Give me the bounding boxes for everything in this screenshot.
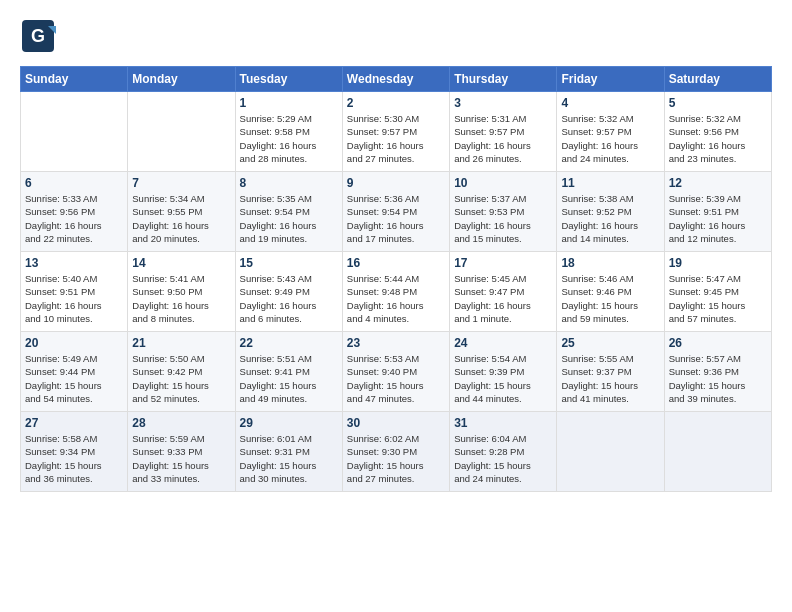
calendar-week-5: 27Sunrise: 5:58 AM Sunset: 9:34 PM Dayli… <box>21 412 772 492</box>
day-info: Sunrise: 5:30 AM Sunset: 9:57 PM Dayligh… <box>347 112 445 165</box>
day-info: Sunrise: 5:41 AM Sunset: 9:50 PM Dayligh… <box>132 272 230 325</box>
calendar-cell: 3Sunrise: 5:31 AM Sunset: 9:57 PM Daylig… <box>450 92 557 172</box>
day-info: Sunrise: 6:01 AM Sunset: 9:31 PM Dayligh… <box>240 432 338 485</box>
weekday-header-sunday: Sunday <box>21 67 128 92</box>
weekday-header-saturday: Saturday <box>664 67 771 92</box>
day-number: 18 <box>561 256 659 270</box>
page: G SundayMondayTuesdayWednesdayThursdayFr… <box>0 0 792 612</box>
day-number: 22 <box>240 336 338 350</box>
weekday-header-monday: Monday <box>128 67 235 92</box>
day-number: 20 <box>25 336 123 350</box>
weekday-header-wednesday: Wednesday <box>342 67 449 92</box>
calendar-cell: 15Sunrise: 5:43 AM Sunset: 9:49 PM Dayli… <box>235 252 342 332</box>
calendar-cell: 18Sunrise: 5:46 AM Sunset: 9:46 PM Dayli… <box>557 252 664 332</box>
day-info: Sunrise: 5:45 AM Sunset: 9:47 PM Dayligh… <box>454 272 552 325</box>
day-info: Sunrise: 5:37 AM Sunset: 9:53 PM Dayligh… <box>454 192 552 245</box>
day-number: 7 <box>132 176 230 190</box>
day-number: 11 <box>561 176 659 190</box>
day-number: 6 <box>25 176 123 190</box>
calendar-cell: 12Sunrise: 5:39 AM Sunset: 9:51 PM Dayli… <box>664 172 771 252</box>
day-info: Sunrise: 5:39 AM Sunset: 9:51 PM Dayligh… <box>669 192 767 245</box>
calendar-cell: 29Sunrise: 6:01 AM Sunset: 9:31 PM Dayli… <box>235 412 342 492</box>
day-info: Sunrise: 5:36 AM Sunset: 9:54 PM Dayligh… <box>347 192 445 245</box>
day-number: 19 <box>669 256 767 270</box>
day-info: Sunrise: 5:34 AM Sunset: 9:55 PM Dayligh… <box>132 192 230 245</box>
weekday-header-tuesday: Tuesday <box>235 67 342 92</box>
day-number: 1 <box>240 96 338 110</box>
day-number: 29 <box>240 416 338 430</box>
calendar-cell <box>128 92 235 172</box>
day-info: Sunrise: 5:55 AM Sunset: 9:37 PM Dayligh… <box>561 352 659 405</box>
calendar-cell: 9Sunrise: 5:36 AM Sunset: 9:54 PM Daylig… <box>342 172 449 252</box>
calendar-week-1: 1Sunrise: 5:29 AM Sunset: 9:58 PM Daylig… <box>21 92 772 172</box>
day-number: 23 <box>347 336 445 350</box>
calendar-week-3: 13Sunrise: 5:40 AM Sunset: 9:51 PM Dayli… <box>21 252 772 332</box>
day-number: 24 <box>454 336 552 350</box>
day-info: Sunrise: 5:46 AM Sunset: 9:46 PM Dayligh… <box>561 272 659 325</box>
calendar-cell <box>557 412 664 492</box>
day-number: 8 <box>240 176 338 190</box>
calendar-cell: 23Sunrise: 5:53 AM Sunset: 9:40 PM Dayli… <box>342 332 449 412</box>
calendar-cell <box>21 92 128 172</box>
weekday-header-thursday: Thursday <box>450 67 557 92</box>
calendar-cell: 17Sunrise: 5:45 AM Sunset: 9:47 PM Dayli… <box>450 252 557 332</box>
calendar-cell: 30Sunrise: 6:02 AM Sunset: 9:30 PM Dayli… <box>342 412 449 492</box>
day-info: Sunrise: 5:43 AM Sunset: 9:49 PM Dayligh… <box>240 272 338 325</box>
day-number: 15 <box>240 256 338 270</box>
day-info: Sunrise: 5:38 AM Sunset: 9:52 PM Dayligh… <box>561 192 659 245</box>
weekday-header-friday: Friday <box>557 67 664 92</box>
calendar-cell: 22Sunrise: 5:51 AM Sunset: 9:41 PM Dayli… <box>235 332 342 412</box>
calendar-cell: 25Sunrise: 5:55 AM Sunset: 9:37 PM Dayli… <box>557 332 664 412</box>
day-info: Sunrise: 5:50 AM Sunset: 9:42 PM Dayligh… <box>132 352 230 405</box>
calendar-cell: 11Sunrise: 5:38 AM Sunset: 9:52 PM Dayli… <box>557 172 664 252</box>
day-number: 14 <box>132 256 230 270</box>
calendar-week-2: 6Sunrise: 5:33 AM Sunset: 9:56 PM Daylig… <box>21 172 772 252</box>
day-info: Sunrise: 6:04 AM Sunset: 9:28 PM Dayligh… <box>454 432 552 485</box>
logo: G <box>20 18 60 58</box>
calendar-cell: 31Sunrise: 6:04 AM Sunset: 9:28 PM Dayli… <box>450 412 557 492</box>
calendar-cell: 1Sunrise: 5:29 AM Sunset: 9:58 PM Daylig… <box>235 92 342 172</box>
day-number: 31 <box>454 416 552 430</box>
day-info: Sunrise: 5:49 AM Sunset: 9:44 PM Dayligh… <box>25 352 123 405</box>
day-number: 3 <box>454 96 552 110</box>
day-info: Sunrise: 5:31 AM Sunset: 9:57 PM Dayligh… <box>454 112 552 165</box>
day-number: 28 <box>132 416 230 430</box>
calendar-cell: 16Sunrise: 5:44 AM Sunset: 9:48 PM Dayli… <box>342 252 449 332</box>
calendar-table: SundayMondayTuesdayWednesdayThursdayFrid… <box>20 66 772 492</box>
calendar-cell: 24Sunrise: 5:54 AM Sunset: 9:39 PM Dayli… <box>450 332 557 412</box>
calendar-cell: 6Sunrise: 5:33 AM Sunset: 9:56 PM Daylig… <box>21 172 128 252</box>
calendar-cell: 28Sunrise: 5:59 AM Sunset: 9:33 PM Dayli… <box>128 412 235 492</box>
day-info: Sunrise: 5:51 AM Sunset: 9:41 PM Dayligh… <box>240 352 338 405</box>
calendar-cell: 19Sunrise: 5:47 AM Sunset: 9:45 PM Dayli… <box>664 252 771 332</box>
day-info: Sunrise: 5:59 AM Sunset: 9:33 PM Dayligh… <box>132 432 230 485</box>
calendar-cell <box>664 412 771 492</box>
day-number: 2 <box>347 96 445 110</box>
day-number: 10 <box>454 176 552 190</box>
day-number: 21 <box>132 336 230 350</box>
logo-icon: G <box>20 18 56 54</box>
day-number: 4 <box>561 96 659 110</box>
day-number: 5 <box>669 96 767 110</box>
calendar-cell: 14Sunrise: 5:41 AM Sunset: 9:50 PM Dayli… <box>128 252 235 332</box>
calendar-cell: 8Sunrise: 5:35 AM Sunset: 9:54 PM Daylig… <box>235 172 342 252</box>
day-info: Sunrise: 5:53 AM Sunset: 9:40 PM Dayligh… <box>347 352 445 405</box>
day-number: 9 <box>347 176 445 190</box>
day-info: Sunrise: 5:58 AM Sunset: 9:34 PM Dayligh… <box>25 432 123 485</box>
day-info: Sunrise: 5:44 AM Sunset: 9:48 PM Dayligh… <box>347 272 445 325</box>
day-number: 25 <box>561 336 659 350</box>
calendar-cell: 10Sunrise: 5:37 AM Sunset: 9:53 PM Dayli… <box>450 172 557 252</box>
calendar-cell: 27Sunrise: 5:58 AM Sunset: 9:34 PM Dayli… <box>21 412 128 492</box>
calendar-cell: 26Sunrise: 5:57 AM Sunset: 9:36 PM Dayli… <box>664 332 771 412</box>
day-info: Sunrise: 5:32 AM Sunset: 9:56 PM Dayligh… <box>669 112 767 165</box>
day-number: 27 <box>25 416 123 430</box>
day-number: 13 <box>25 256 123 270</box>
day-number: 16 <box>347 256 445 270</box>
svg-text:G: G <box>31 26 45 46</box>
calendar-week-4: 20Sunrise: 5:49 AM Sunset: 9:44 PM Dayli… <box>21 332 772 412</box>
calendar-cell: 13Sunrise: 5:40 AM Sunset: 9:51 PM Dayli… <box>21 252 128 332</box>
header: G <box>20 18 772 58</box>
day-info: Sunrise: 6:02 AM Sunset: 9:30 PM Dayligh… <box>347 432 445 485</box>
calendar-cell: 2Sunrise: 5:30 AM Sunset: 9:57 PM Daylig… <box>342 92 449 172</box>
day-info: Sunrise: 5:47 AM Sunset: 9:45 PM Dayligh… <box>669 272 767 325</box>
day-info: Sunrise: 5:29 AM Sunset: 9:58 PM Dayligh… <box>240 112 338 165</box>
